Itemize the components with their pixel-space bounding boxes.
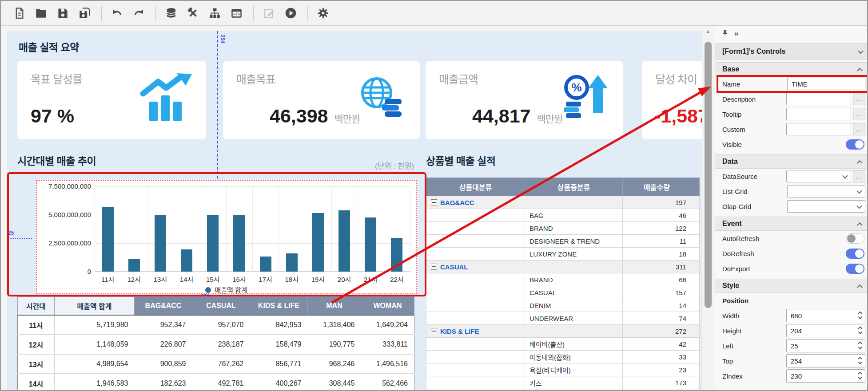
table-row[interactable]: BRAND66 xyxy=(426,273,700,286)
chart-bar[interactable] xyxy=(155,215,166,272)
autorefresh-toggle[interactable] xyxy=(846,233,864,244)
dorefresh-toggle[interactable] xyxy=(846,249,864,259)
edit-icon[interactable] xyxy=(262,7,275,20)
data-tools-icon[interactable] xyxy=(186,7,199,20)
zindex-input[interactable]: 230 xyxy=(786,369,865,383)
controls-header[interactable]: [Form1]'s Controls xyxy=(715,43,868,59)
ellipsis-button[interactable]: ... xyxy=(853,170,865,182)
collapse-panel-icon[interactable]: » xyxy=(734,29,738,38)
top-input[interactable]: 254 xyxy=(786,354,865,367)
redo-icon[interactable] xyxy=(132,7,145,20)
description-input[interactable] xyxy=(786,93,851,105)
time-sales-table[interactable]: 시간대매출액 합계BAG&ACCCASUALKIDS & LIFEMANWOMA… xyxy=(17,296,414,391)
chart-bar[interactable] xyxy=(102,207,114,272)
spinner-buttons[interactable] xyxy=(859,371,862,379)
table-row[interactable]: 베이비(출산)42 xyxy=(426,338,700,351)
table-row[interactable]: DESIGNEER & TREND11 xyxy=(426,235,700,248)
spin-down-icon[interactable] xyxy=(858,330,863,334)
kpi-card-2[interactable]: 매출목표46,398백만원 xyxy=(223,61,420,139)
table-row[interactable]: MAN352 xyxy=(426,389,700,391)
kpi-card-1[interactable]: 목표 달성률97 % xyxy=(17,61,206,139)
chart-bar[interactable] xyxy=(260,257,271,272)
spinner-buttons[interactable] xyxy=(859,311,862,319)
settings-icon[interactable] xyxy=(316,7,330,20)
spin-down-icon[interactable] xyxy=(858,375,863,379)
spinner-buttons[interactable] xyxy=(859,356,862,364)
chart-bar[interactable] xyxy=(312,213,324,272)
chart-bar[interactable] xyxy=(207,215,219,272)
save-icon[interactable] xyxy=(56,7,69,20)
chart-bar[interactable] xyxy=(233,215,245,272)
table-row[interactable]: 13시4,989,654900,859767,262856,771968,246… xyxy=(18,354,414,374)
ellipsis-button[interactable]: ... xyxy=(853,123,865,135)
group-name-cell[interactable]: MAN xyxy=(426,389,623,391)
chart-bar[interactable] xyxy=(181,249,192,272)
code-window-icon[interactable]: </> xyxy=(230,7,243,20)
spin-down-icon[interactable] xyxy=(858,315,863,319)
new-document-icon[interactable] xyxy=(12,7,26,20)
doexport-toggle[interactable] xyxy=(846,264,864,274)
spin-down-icon[interactable] xyxy=(858,360,863,364)
chart-bar[interactable] xyxy=(286,253,298,272)
height-input[interactable]: 204 xyxy=(786,324,865,337)
left-input[interactable]: 25 xyxy=(786,339,865,352)
name-input[interactable]: TIME xyxy=(787,78,865,90)
table-row[interactable]: UNDERWEAR74 xyxy=(426,312,700,325)
spin-down-icon[interactable] xyxy=(858,345,863,349)
collapse-group-icon[interactable] xyxy=(431,328,437,334)
datasource-select[interactable] xyxy=(786,170,851,182)
table-row[interactable]: BAG&ACC197 xyxy=(426,196,700,209)
table-row[interactable]: CASUAL311 xyxy=(426,261,700,273)
table-row[interactable]: BAG46 xyxy=(426,209,700,222)
table-row[interactable]: DENIM14 xyxy=(426,299,700,312)
product-sales-table[interactable]: 상품대분류상품중분류매출수량BAG&ACC197BAG46BRAND122DES… xyxy=(426,178,700,391)
table-row[interactable]: LUXURY ZONE18 xyxy=(426,248,700,261)
sitemap-icon[interactable] xyxy=(208,7,221,20)
table-row[interactable]: 아동내의(잡화)33 xyxy=(426,351,700,363)
time-sales-chart[interactable]: 02,500,000,0005,000,000,0007,500,000,000… xyxy=(36,180,417,294)
spinner-buttons[interactable] xyxy=(859,326,862,334)
ellipsis-button[interactable]: ... xyxy=(853,93,865,105)
group-name-cell[interactable]: BAG&ACC xyxy=(426,196,623,209)
collapse-group-icon[interactable] xyxy=(431,199,437,205)
vertical-scrollbar[interactable]: ▲ xyxy=(702,26,715,391)
run-icon[interactable] xyxy=(284,7,297,20)
tooltip-input[interactable] xyxy=(786,108,851,120)
ellipsis-button[interactable]: ... xyxy=(853,108,865,120)
kpi-card-4[interactable]: 달성 차이-1,587 xyxy=(642,61,702,139)
collapse-group-icon[interactable] xyxy=(431,264,437,270)
table-row[interactable]: KIDS & LIFE272 xyxy=(426,325,700,338)
section-header-event[interactable]: Event xyxy=(715,217,868,231)
open-folder-icon[interactable] xyxy=(34,7,48,20)
save-all-icon[interactable] xyxy=(78,7,91,20)
visible-toggle[interactable] xyxy=(846,139,864,150)
section-header-data[interactable]: Data xyxy=(715,154,868,169)
olap-grid-select[interactable] xyxy=(787,200,865,213)
undo-icon[interactable] xyxy=(110,7,123,20)
chart-bar[interactable] xyxy=(365,217,376,272)
table-row[interactable]: 욕실(바디케어)23 xyxy=(426,363,700,376)
pin-icon[interactable] xyxy=(721,29,729,39)
scrollbar-thumb[interactable] xyxy=(705,42,712,308)
table-row[interactable]: BRAND122 xyxy=(426,222,700,235)
table-row[interactable]: 키즈173 xyxy=(426,376,700,389)
chart-bar[interactable] xyxy=(338,210,350,272)
table-row[interactable]: CASUAL157 xyxy=(426,286,700,299)
section-header-style[interactable]: Style xyxy=(715,279,868,293)
group-name-cell[interactable]: KIDS & LIFE xyxy=(426,325,623,338)
table-row[interactable]: 12시1,148,059226,807238,187158,479190,775… xyxy=(18,335,414,354)
chart-bar[interactable] xyxy=(128,259,140,272)
custom-input[interactable] xyxy=(786,123,851,135)
chart-bar[interactable] xyxy=(391,238,402,272)
item-name-cell: LUXURY ZONE xyxy=(525,248,623,261)
list-grid-select[interactable] xyxy=(787,185,865,197)
table-row[interactable]: 14시1,946,583182,623492,781400,267308,445… xyxy=(18,374,414,391)
group-name-cell[interactable]: CASUAL xyxy=(426,261,623,273)
width-input[interactable]: 680 xyxy=(786,309,865,322)
scroll-up-icon[interactable]: ▲ xyxy=(705,28,711,35)
spinner-buttons[interactable] xyxy=(859,341,862,349)
table-row[interactable]: 11시5,719,980952,347957,070842,9531,318,4… xyxy=(18,315,414,335)
kpi-card-3[interactable]: 매출금액44,817백만원% xyxy=(426,61,623,139)
section-header-base[interactable]: Base xyxy=(715,62,868,76)
database-icon[interactable] xyxy=(164,7,178,20)
